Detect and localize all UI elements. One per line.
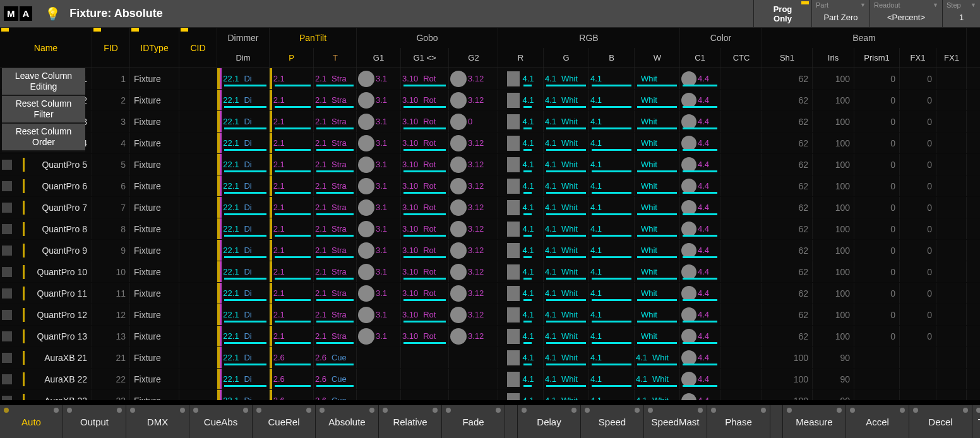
cell-g[interactable]: 4.1 Whit: [544, 68, 589, 89]
cell-g2[interactable]: 3.12: [449, 326, 498, 346]
cell-g2[interactable]: 3.12: [449, 261, 498, 282]
tab-absolute[interactable]: Absolute: [316, 405, 379, 438]
cell-g1s[interactable]: 3.10 Rot: [401, 197, 449, 218]
cell-r[interactable]: 4.1: [498, 326, 544, 346]
cell-p[interactable]: 2.6: [270, 390, 314, 400]
cell-g1[interactable]: 3.1: [357, 154, 401, 175]
tab-delay[interactable]: Delay: [518, 405, 581, 438]
cell-name[interactable]: QuantPro 12: [0, 304, 92, 325]
cell-dim[interactable]: 22.1 Di: [217, 133, 270, 153]
table-row[interactable]: 44Fixture22.1 Di2.12.1 Stra3.13.10 Rot3.…: [0, 133, 980, 154]
cell-t[interactable]: 2.1 Stra: [314, 154, 357, 175]
cell-t[interactable]: 2.1 Stra: [314, 68, 357, 89]
cell-r[interactable]: 4.1: [498, 175, 544, 196]
cell-t[interactable]: 2.1 Stra: [314, 133, 357, 153]
cell-t[interactable]: 2.1 Stra: [314, 240, 357, 261]
tab-cuerel[interactable]: CueRel: [253, 405, 316, 438]
cell-t[interactable]: 2.1 Stra: [314, 304, 357, 325]
cell-g1[interactable]: 3.1: [357, 283, 401, 304]
cell-b[interactable]: 4.1: [589, 111, 635, 132]
cell-w[interactable]: Whit: [635, 133, 680, 153]
cell-w[interactable]: Whit: [635, 326, 680, 346]
cell-name[interactable]: AuraXB 23: [0, 390, 92, 400]
cell-g[interactable]: 4.1 Whit: [544, 347, 589, 368]
cell-b[interactable]: 4.1: [589, 347, 635, 368]
tab-cueabs[interactable]: CueAbs: [189, 405, 253, 438]
cell-g1s[interactable]: 3.10 Rot: [401, 326, 449, 346]
tab-speed[interactable]: Speed: [581, 405, 644, 438]
cell-w[interactable]: 4.1 Whit: [635, 369, 680, 389]
selection-box[interactable]: [2, 353, 12, 363]
cell-g1[interactable]: 3.1: [357, 240, 401, 261]
cell-dim[interactable]: 22.1 Di: [217, 390, 270, 400]
table-row[interactable]: 33Fixture22.1 Di2.12.1 Stra3.13.10 Rot04…: [0, 111, 980, 133]
cell-g2[interactable]: 3.12: [449, 90, 498, 110]
cell-g[interactable]: 4.1 Whit: [544, 326, 589, 346]
cell-g1[interactable]: 3.1: [357, 326, 401, 346]
cell-t[interactable]: 2.1 Stra: [314, 261, 357, 282]
cell-t[interactable]: 2.1 Stra: [314, 197, 357, 218]
cell-t[interactable]: 2.1 Stra: [314, 326, 357, 346]
cell-g1[interactable]: 3.1: [357, 197, 401, 218]
cell-g[interactable]: 4.1 Whit: [544, 111, 589, 132]
selection-box[interactable]: [2, 181, 12, 191]
cell-r[interactable]: 4.1: [498, 261, 544, 282]
cell-b[interactable]: 4.1: [589, 369, 635, 389]
cell-p[interactable]: 2.1: [270, 283, 314, 304]
table-row[interactable]: AuraXB 2121Fixture22.1 Di2.62.6 Cue4.14.…: [0, 347, 980, 369]
cell-p[interactable]: 2.1: [270, 218, 314, 239]
cell-g[interactable]: 4.1 Whit: [544, 154, 589, 175]
selection-box[interactable]: [2, 310, 12, 320]
cell-dim[interactable]: 22.1 Di: [217, 175, 270, 196]
cell-dim[interactable]: 22.1 Di: [217, 326, 270, 346]
cell-r[interactable]: 4.1: [498, 133, 544, 153]
cell-g1[interactable]: 3.1: [357, 218, 401, 239]
cell-t[interactable]: 2.6 Cue: [314, 347, 357, 368]
cell-g1s[interactable]: 3.10 Rot: [401, 218, 449, 239]
cell-dim[interactable]: 22.1 Di: [217, 240, 270, 261]
cell-g1[interactable]: 3.1: [357, 68, 401, 89]
cell-g1s[interactable]: 3.10 Rot: [401, 240, 449, 261]
cell-w[interactable]: Whit: [635, 68, 680, 89]
cell-g1s[interactable]: 3.10 Rot: [401, 261, 449, 282]
cell-c1[interactable]: 4.4: [680, 369, 720, 389]
cell-p[interactable]: 2.1: [270, 240, 314, 261]
selection-box[interactable]: [2, 160, 12, 170]
cell-w[interactable]: Whit: [635, 261, 680, 282]
col-pantilt[interactable]: PanTilt P T: [270, 28, 357, 68]
cell-r[interactable]: 4.1: [498, 218, 544, 239]
cell-r[interactable]: 4.1: [498, 369, 544, 389]
cell-b[interactable]: 4.1: [589, 283, 635, 304]
cell-g2[interactable]: 3.12: [449, 154, 498, 175]
cell-r[interactable]: 4.1: [498, 390, 544, 400]
cell-p[interactable]: 2.1: [270, 111, 314, 132]
cell-p[interactable]: 2.1: [270, 261, 314, 282]
cell-b[interactable]: 4.1: [589, 390, 635, 400]
table-row[interactable]: QuantPro 1010Fixture22.1 Di2.12.1 Stra3.…: [0, 261, 980, 283]
cell-name[interactable]: QuantPro 7: [0, 197, 92, 218]
cell-c1[interactable]: 4.4: [680, 111, 720, 132]
cell-g1[interactable]: 3.1: [357, 111, 401, 132]
col-rgb[interactable]: RGB R G B W: [498, 28, 680, 68]
cell-c1[interactable]: 4.4: [680, 326, 720, 346]
cell-w[interactable]: Whit: [635, 240, 680, 261]
table-row[interactable]: QuantPro 55Fixture22.1 Di2.12.1 Stra3.13…: [0, 154, 980, 175]
cell-t[interactable]: 2.1 Stra: [314, 175, 357, 196]
reset-column-order-button[interactable]: Reset Column Order: [2, 124, 85, 151]
bulb-icon[interactable]: 💡: [45, 6, 61, 21]
cell-name[interactable]: QuantPro 13: [0, 326, 92, 346]
cell-w[interactable]: 4.1 Whit: [635, 347, 680, 368]
leave-column-editing-button[interactable]: Leave Column Editing: [2, 68, 85, 96]
cell-g2[interactable]: 3.12: [449, 218, 498, 239]
cell-w[interactable]: Whit: [635, 283, 680, 304]
cell-dim[interactable]: 22.1 Di: [217, 154, 270, 175]
tab-accel[interactable]: Accel: [846, 405, 909, 438]
cell-r[interactable]: 4.1: [498, 90, 544, 110]
reset-column-filter-button[interactable]: Reset Column Filter: [2, 96, 85, 124]
table-row[interactable]: QuantPro 99Fixture22.1 Di2.12.1 Stra3.13…: [0, 240, 980, 261]
cell-r[interactable]: 4.1: [498, 111, 544, 132]
cell-dim[interactable]: 22.1 Di: [217, 369, 270, 389]
cell-name[interactable]: QuantPro 11: [0, 283, 92, 304]
cell-g[interactable]: 4.1 Whit: [544, 175, 589, 196]
cell-b[interactable]: 4.1: [589, 154, 635, 175]
